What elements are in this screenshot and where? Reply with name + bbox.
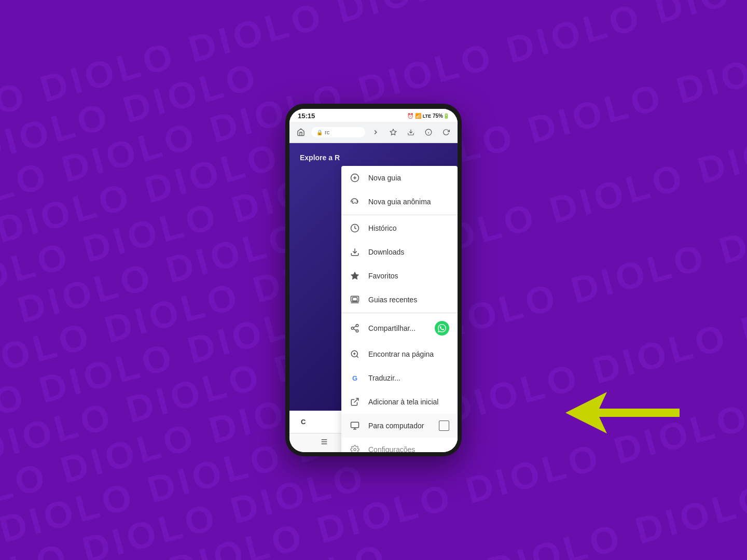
divider-1 xyxy=(341,215,458,215)
whatsapp-badge xyxy=(435,321,449,335)
history-label: Histórico xyxy=(368,224,449,232)
url-text: rc xyxy=(325,129,329,135)
favorites-label: Favoritos xyxy=(368,272,449,280)
dropdown-menu: Nova guia Nova guia anônima xyxy=(341,166,458,452)
svg-point-29 xyxy=(354,449,356,451)
desktop-checkbox[interactable] xyxy=(439,421,449,431)
menu-item-find[interactable]: Encontrar na página xyxy=(341,342,458,366)
share-label: Compartilhar... xyxy=(368,324,426,332)
svg-marker-13 xyxy=(351,272,359,279)
translate-icon: G xyxy=(350,373,360,383)
svg-line-21 xyxy=(353,326,356,328)
content-text: Explore a R xyxy=(300,153,340,162)
downloads-label: Downloads xyxy=(368,248,449,256)
desktop-label: Para computador xyxy=(368,422,431,430)
menu-item-settings[interactable]: Configurações xyxy=(341,438,458,452)
add-home-label: Adicionar à tela inicial xyxy=(368,398,449,406)
translate-label: Traduzir... xyxy=(368,374,449,382)
settings-label: Configurações xyxy=(368,445,449,452)
incognito-icon xyxy=(350,197,360,207)
nav-menu-button[interactable] xyxy=(320,438,328,448)
status-time: 15:15 xyxy=(298,112,315,120)
recent-tabs-icon xyxy=(350,295,360,305)
wifi-icon: 📶 xyxy=(415,113,421,119)
arrow-svg xyxy=(565,392,680,433)
svg-point-19 xyxy=(356,330,358,332)
incognito-label: Nova guia anônima xyxy=(368,198,449,206)
battery-icon: 75%🔋 xyxy=(433,113,449,119)
refresh-button[interactable] xyxy=(439,125,453,139)
alarm-icon: ⏰ xyxy=(407,113,413,119)
downloads-icon xyxy=(350,247,360,257)
menu-item-downloads[interactable]: Downloads xyxy=(341,240,458,264)
svg-line-20 xyxy=(353,329,356,330)
history-icon xyxy=(350,223,360,233)
arrow-annotation xyxy=(565,392,680,436)
menu-item-share[interactable]: Compartilhar... xyxy=(341,314,458,342)
lock-icon: 🔒 xyxy=(316,130,323,135)
add-home-icon xyxy=(350,397,360,407)
signal-icon: LTE xyxy=(423,114,431,119)
svg-rect-15 xyxy=(353,298,357,301)
desktop-icon xyxy=(350,421,360,431)
bottom-strip-button[interactable]: C xyxy=(296,415,311,429)
recent-tabs-label: Guias recentes xyxy=(368,296,449,304)
menu-item-favorites[interactable]: Favoritos xyxy=(341,264,458,288)
svg-point-18 xyxy=(351,327,354,330)
menu-item-desktop[interactable]: Para computador xyxy=(341,414,458,438)
new-tab-label: Nova guia xyxy=(368,174,449,182)
browser-toolbar: 🔒 rc xyxy=(289,122,458,143)
status-bar: 15:15 ⏰ 📶 LTE 75%🔋 xyxy=(289,109,458,122)
bookmark-button[interactable] xyxy=(386,125,400,139)
svg-point-17 xyxy=(356,325,358,327)
find-label: Encontrar na página xyxy=(368,350,449,358)
find-icon xyxy=(350,349,360,359)
menu-item-incognito[interactable]: Nova guia anônima xyxy=(341,190,458,214)
favorites-icon xyxy=(350,271,360,281)
svg-rect-10 xyxy=(353,201,357,203)
status-icons: ⏰ 📶 LTE 75%🔋 xyxy=(407,113,449,119)
menu-item-new-tab[interactable]: Nova guia xyxy=(341,166,458,190)
svg-line-23 xyxy=(356,356,358,357)
phone-device: 15:15 ⏰ 📶 LTE 75%🔋 🔒 rc xyxy=(285,104,462,456)
url-bar[interactable]: 🔒 rc xyxy=(311,127,365,137)
share-icon xyxy=(350,323,360,333)
settings-icon xyxy=(350,444,360,452)
svg-marker-34 xyxy=(565,392,680,433)
svg-marker-0 xyxy=(390,129,396,135)
svg-rect-26 xyxy=(351,422,359,428)
menu-item-recent-tabs[interactable]: Guias recentes xyxy=(341,288,458,312)
download-button[interactable] xyxy=(404,125,418,139)
home-button[interactable] xyxy=(294,125,308,139)
forward-button[interactable] xyxy=(368,125,383,139)
phone-screen: 15:15 ⏰ 📶 LTE 75%🔋 🔒 rc xyxy=(289,109,458,452)
menu-item-add-home[interactable]: Adicionar à tela inicial xyxy=(341,390,458,414)
new-tab-icon xyxy=(350,173,360,183)
divider-2 xyxy=(341,313,458,313)
menu-item-translate[interactable]: G Traduzir... xyxy=(341,366,458,390)
info-button[interactable] xyxy=(421,125,436,139)
menu-item-history[interactable]: Histórico xyxy=(341,216,458,240)
